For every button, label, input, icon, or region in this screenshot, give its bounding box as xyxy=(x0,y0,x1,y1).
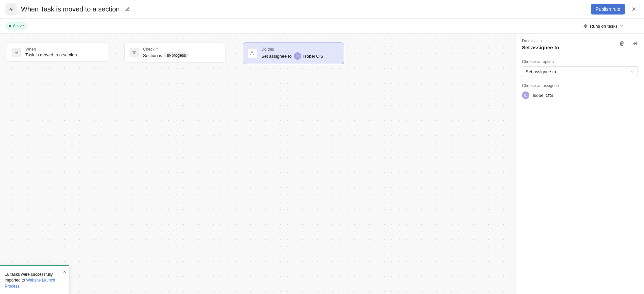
connector-line xyxy=(108,53,125,53)
breadcrumb-text: Do this… xyxy=(522,38,539,43)
rule-icon xyxy=(5,3,17,15)
action-title-prefix: Set assignee to xyxy=(261,54,292,59)
svg-point-4 xyxy=(632,26,633,26)
action-label: Do this xyxy=(261,47,323,52)
trash-icon xyxy=(619,41,624,46)
side-panel: Do this… Set assignee to Choose an optio… xyxy=(516,34,644,294)
trigger-label: When xyxy=(25,47,77,52)
action-card[interactable]: Do this Set assignee to IO Isobel O'S xyxy=(243,43,344,64)
header-left: When Task is moved to a section xyxy=(5,3,131,15)
runs-on-label: Runs on tasks xyxy=(590,24,618,29)
svg-point-11 xyxy=(251,52,253,53)
panel-header-actions xyxy=(617,38,639,48)
delete-action-button[interactable] xyxy=(617,38,626,48)
condition-card-icon xyxy=(129,48,139,57)
body: When Task is moved to a section Check if… xyxy=(0,34,644,294)
sub-header: Active Runs on tasks xyxy=(0,19,644,34)
svg-point-6 xyxy=(635,26,636,26)
assignee-value[interactable]: IO Isobel O'S xyxy=(522,91,638,99)
chevron-down-icon xyxy=(630,70,634,74)
panel-header: Do this… Set assignee to xyxy=(516,34,644,54)
collapse-right-icon xyxy=(632,41,637,46)
user-plus-icon xyxy=(250,51,255,56)
page-title: When Task is moved to a section xyxy=(21,5,120,13)
svg-marker-0 xyxy=(9,7,13,11)
status-badge: Active xyxy=(5,22,27,30)
panel-body: Choose an option Set assignee to Choose … xyxy=(516,54,644,104)
option-field-label: Choose an option xyxy=(522,59,638,64)
option-field: Choose an option Set assignee to xyxy=(522,59,638,77)
chevron-down-icon xyxy=(620,24,624,28)
runs-on-dropdown[interactable]: Runs on tasks xyxy=(581,22,626,30)
assignee-field: Choose an assignee IO Isobel O'S xyxy=(522,83,638,99)
condition-title: Section is In-progess xyxy=(143,52,189,58)
avatar: IO xyxy=(294,52,301,60)
trigger-card-text: When Task is moved to a section xyxy=(25,47,77,57)
trigger-card[interactable]: When Task is moved to a section xyxy=(7,43,108,62)
close-button[interactable] xyxy=(629,4,639,14)
edit-title-button[interactable] xyxy=(124,5,131,13)
trigger-title: Task is moved to a section xyxy=(25,52,77,57)
toast-close-button[interactable] xyxy=(63,270,67,274)
avatar: IO xyxy=(522,91,529,99)
publish-rule-button[interactable]: Publish rule xyxy=(591,4,625,15)
import-toast: 16 tasks were successfully imported to W… xyxy=(0,265,69,294)
status-dot-icon xyxy=(9,25,11,27)
collapse-panel-button[interactable] xyxy=(630,38,639,48)
header-right: Publish rule xyxy=(591,4,639,15)
condition-label: Check if xyxy=(143,47,189,52)
condition-title-prefix: Section is xyxy=(143,53,162,58)
bolt-icon xyxy=(8,6,14,12)
canvas-area[interactable]: When Task is moved to a section Check if… xyxy=(0,34,516,294)
action-title: Set assignee to IO Isobel O'S xyxy=(261,52,323,60)
condition-card[interactable]: Check if Section is In-progess xyxy=(124,43,226,63)
connector-line xyxy=(225,53,243,53)
svg-point-5 xyxy=(634,26,634,26)
header-bar: When Task is moved to a section Publish … xyxy=(0,0,644,19)
pencil-icon xyxy=(125,7,130,11)
assignee-name: Isobel O'S xyxy=(533,93,553,98)
assignee-field-label: Choose an assignee xyxy=(522,83,638,88)
close-icon xyxy=(63,270,67,274)
bolt-outline-icon xyxy=(583,24,588,28)
close-icon xyxy=(631,6,637,12)
status-text: Active xyxy=(13,24,24,28)
svg-marker-3 xyxy=(583,24,587,28)
arrow-right-icon xyxy=(14,50,19,55)
chevron-right-icon xyxy=(540,39,543,43)
condition-tag: In-progess xyxy=(164,52,189,58)
action-assignee-name: Isobel O'S xyxy=(303,54,324,59)
more-options-button[interactable] xyxy=(629,21,639,31)
filter-icon xyxy=(132,50,137,55)
option-select-value: Set assignee to xyxy=(526,69,556,74)
trigger-card-icon xyxy=(12,48,21,57)
action-card-text: Do this Set assignee to IO Isobel O'S xyxy=(261,47,323,60)
sub-header-right: Runs on tasks xyxy=(581,21,639,31)
action-card-icon xyxy=(248,49,257,58)
dots-icon xyxy=(631,23,637,29)
condition-card-text: Check if Section is In-progess xyxy=(143,47,189,58)
option-select[interactable]: Set assignee to xyxy=(522,66,638,77)
